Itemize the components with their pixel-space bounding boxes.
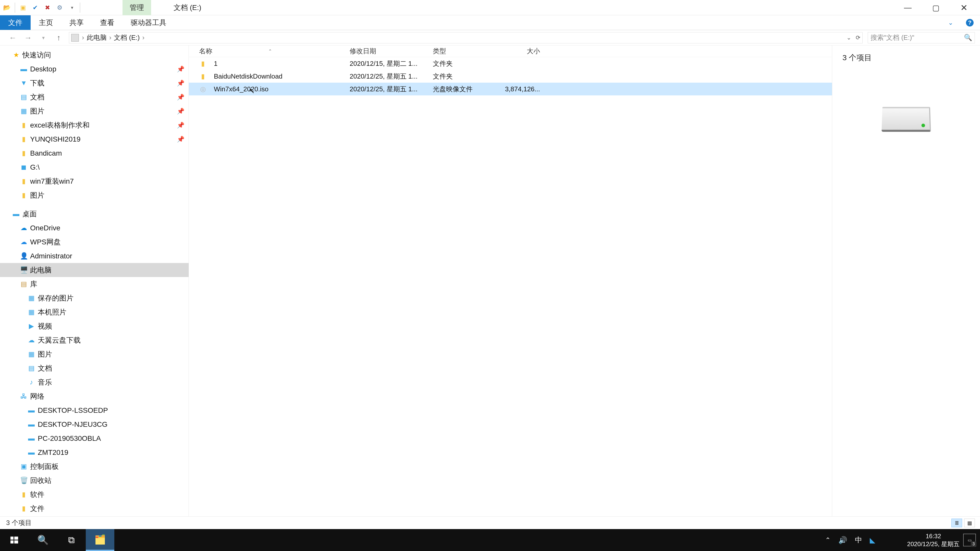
- music-icon: ♪: [27, 378, 35, 386]
- tree-item[interactable]: ▮Bandicam: [0, 146, 189, 160]
- ribbon-tab-file[interactable]: 文件: [0, 15, 30, 30]
- address-bar[interactable]: › 此电脑 › 文档 (E:) › ⌄ ⟳: [69, 32, 862, 43]
- search-icon[interactable]: 🔍: [964, 34, 972, 41]
- tree-item[interactable]: ♪音乐: [0, 375, 189, 389]
- folder-icon: ▮: [20, 491, 27, 499]
- refresh-icon[interactable]: ⟳: [856, 35, 860, 41]
- task-view-button[interactable]: ⧉: [57, 529, 86, 551]
- column-type[interactable]: 类型: [433, 47, 502, 56]
- tree-item[interactable]: ▮软件: [0, 487, 189, 502]
- tree-item[interactable]: ▮win7重装win7: [0, 174, 189, 188]
- cancel-icon[interactable]: ✖: [43, 3, 52, 12]
- navigation-tree[interactable]: ★ 快速访问 ▬Desktop📌 ▼下载📌 ▤文档📌 ▦图片📌 ▮excel表格…: [0, 45, 189, 516]
- status-bar: 3 个项目 ≣ ▦: [0, 516, 980, 529]
- help-button[interactable]: ?: [965, 15, 975, 30]
- qat-dropdown-icon[interactable]: ▾: [68, 3, 76, 12]
- ribbon-tab-view[interactable]: 查看: [92, 15, 123, 30]
- video-icon: ▶: [27, 322, 35, 330]
- quick-access-toolbar: 📂 ▣ ✔ ✖ ⚙ ▾: [0, 0, 80, 15]
- column-date[interactable]: 修改日期: [350, 47, 433, 56]
- tree-item[interactable]: ▦图片: [0, 347, 189, 361]
- ribbon-tab-home[interactable]: 主页: [30, 15, 61, 30]
- tree-item[interactable]: ▶视频: [0, 319, 189, 333]
- app-icon[interactable]: 📂: [3, 3, 11, 12]
- svg-rect-2: [11, 540, 14, 544]
- folder-icon: ▮: [20, 177, 27, 185]
- tree-item[interactable]: ▮YUNQISHI2019📌: [0, 132, 189, 146]
- tree-item[interactable]: ▬PC-20190530OBLA: [0, 431, 189, 445]
- system-tray: ⌃ 🔊 中 ◣: [825, 535, 875, 545]
- check-icon[interactable]: ✔: [31, 3, 40, 12]
- file-list[interactable]: 名称 ⌃ 修改日期 类型 大小 ▮1 2020/12/15, 星期二 1... …: [189, 45, 832, 516]
- tree-item[interactable]: ▣控制面板: [0, 459, 189, 473]
- tree-desktop[interactable]: ▬桌面: [0, 207, 189, 221]
- documents-icon: ▤: [20, 93, 27, 101]
- windows-logo-icon: [10, 535, 19, 545]
- contextual-tab-manage[interactable]: 管理: [123, 0, 151, 15]
- tree-item[interactable]: ▬DESKTOP-NJEU3CG: [0, 417, 189, 431]
- tree-item[interactable]: ☁OneDrive: [0, 221, 189, 235]
- onedrive-icon: ☁: [20, 224, 27, 232]
- iso-file-icon: ◎: [199, 85, 207, 93]
- pictures-icon: ▦: [27, 308, 35, 316]
- tray-expand-icon[interactable]: ⌃: [825, 536, 831, 544]
- ribbon-tab-share[interactable]: 共享: [61, 15, 92, 30]
- close-button[interactable]: ✕: [950, 0, 978, 15]
- tree-item[interactable]: ▮图片: [0, 188, 189, 202]
- library-icon: ▤: [20, 280, 27, 288]
- file-row[interactable]: ▮1 2020/12/15, 星期二 1... 文件夹: [189, 57, 832, 70]
- tree-network[interactable]: 🖧网络: [0, 389, 189, 403]
- column-name[interactable]: 名称 ⌃: [199, 47, 350, 56]
- view-large-icons-button[interactable]: ▦: [964, 519, 975, 527]
- tree-item[interactable]: ▮excel表格制作求和📌: [0, 118, 189, 132]
- volume-icon[interactable]: 🔊: [838, 536, 847, 545]
- breadcrumb-this-pc[interactable]: 此电脑: [87, 33, 107, 42]
- action-center-button[interactable]: ▭ 3: [963, 534, 976, 546]
- pictures-icon: ▦: [20, 107, 27, 115]
- history-dropdown-icon[interactable]: ▾: [38, 33, 48, 43]
- tray-app-icon[interactable]: ◣: [870, 536, 875, 545]
- tree-item[interactable]: ▬ZMT2019: [0, 445, 189, 459]
- tree-item[interactable]: ▮文件: [0, 502, 189, 516]
- taskbar-clock[interactable]: 16:32 2020/12/25, 星期五: [907, 532, 959, 548]
- tree-item[interactable]: ☁天翼云盘下载: [0, 333, 189, 347]
- settings-icon[interactable]: ⚙: [56, 3, 64, 12]
- tree-item[interactable]: ◼G:\: [0, 160, 189, 174]
- ime-indicator[interactable]: 中: [855, 535, 862, 545]
- tree-item[interactable]: 👤Administrator: [0, 249, 189, 263]
- ribbon-tab-drive-tools[interactable]: 驱动器工具: [123, 15, 175, 30]
- back-button[interactable]: ←: [8, 33, 18, 43]
- file-row-selected[interactable]: ◎Win7x64_2020.iso↖ 2020/12/25, 星期五 1... …: [189, 83, 832, 95]
- tree-item[interactable]: ▤文档: [0, 361, 189, 375]
- view-details-button[interactable]: ≣: [951, 519, 962, 527]
- start-button[interactable]: [0, 529, 29, 551]
- tree-item[interactable]: ▼下载📌: [0, 76, 189, 90]
- documents-icon: ▤: [27, 364, 35, 372]
- maximize-button[interactable]: ▢: [922, 0, 950, 15]
- tree-item[interactable]: ▦图片📌: [0, 104, 189, 118]
- tree-item[interactable]: 🗑️回收站: [0, 473, 189, 487]
- breadcrumb-drive[interactable]: 文档 (E:): [114, 33, 140, 42]
- search-box[interactable]: 搜索"文档 (E:)" 🔍: [868, 32, 975, 43]
- taskbar-explorer[interactable]: 🗂️: [86, 529, 115, 551]
- ribbon-collapse-icon[interactable]: ⌄: [944, 15, 957, 30]
- tree-quick-access[interactable]: ★ 快速访问: [0, 48, 189, 62]
- forward-button[interactable]: →: [23, 33, 33, 43]
- tree-item[interactable]: ▤文档📌: [0, 90, 189, 104]
- tree-item[interactable]: ▬DESKTOP-LSSOEDP: [0, 403, 189, 417]
- tree-item[interactable]: ☁WPS网盘: [0, 235, 189, 249]
- drive-preview-icon: [881, 107, 931, 132]
- column-size[interactable]: 大小: [502, 47, 542, 56]
- tree-item[interactable]: ▤库: [0, 277, 189, 291]
- tree-item[interactable]: ▦本机照片: [0, 305, 189, 319]
- minimize-button[interactable]: —: [894, 0, 922, 15]
- tree-item-this-pc[interactable]: 🖥️此电脑: [0, 263, 189, 277]
- search-button[interactable]: 🔍: [29, 529, 57, 551]
- file-row[interactable]: ▮BaiduNetdiskDownload 2020/12/25, 星期五 1.…: [189, 70, 832, 83]
- up-button[interactable]: ↑: [54, 33, 64, 43]
- folder-icon[interactable]: ▣: [19, 3, 27, 12]
- tree-item[interactable]: ▬Desktop📌: [0, 62, 189, 76]
- folder-icon: ▮: [199, 73, 207, 80]
- address-dropdown-icon[interactable]: ⌄: [846, 35, 851, 41]
- tree-item[interactable]: ▦保存的图片: [0, 291, 189, 305]
